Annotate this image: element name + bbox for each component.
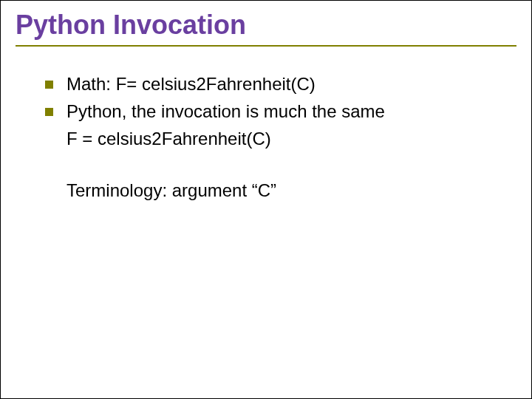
slide-content: Math: F= celsius2Fahrenheit(C) Python, t… (16, 72, 516, 204)
bullet-item: Python, the invocation is much the same (45, 99, 516, 125)
bullet-icon (45, 81, 53, 89)
bullet-item: Math: F= celsius2Fahrenheit(C) (45, 72, 516, 98)
slide-title: Python Invocation (16, 8, 516, 41)
bullet-text: Python, the invocation is much the same (66, 99, 516, 125)
sub-line: F = celsius2Fahrenheit(C) (66, 126, 516, 152)
bullet-icon (45, 108, 53, 116)
terminology-line: Terminology: argument “C” (66, 178, 516, 204)
spacer (45, 153, 516, 178)
title-container: Python Invocation (16, 8, 516, 47)
slide: Python Invocation Math: F= celsius2Fahre… (0, 0, 532, 399)
bullet-text: Math: F= celsius2Fahrenheit(C) (66, 72, 516, 98)
